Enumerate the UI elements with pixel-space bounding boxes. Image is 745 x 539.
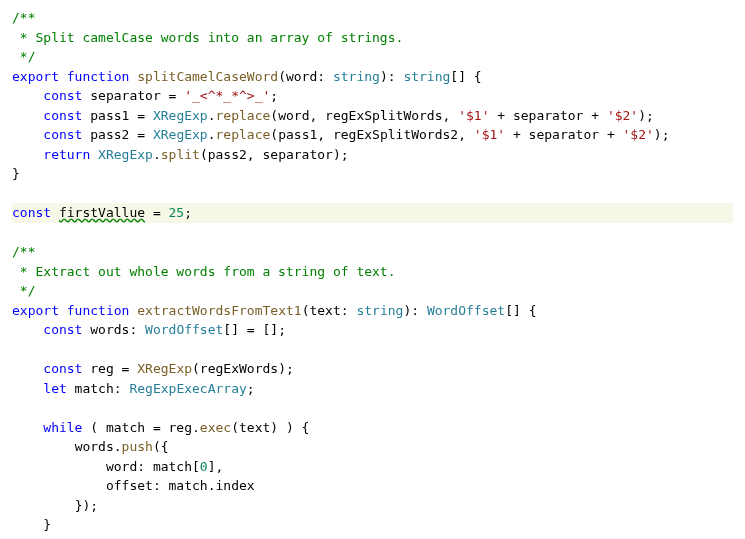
keyword-const: const	[43, 127, 82, 142]
method-name: replace	[216, 108, 271, 123]
keyword-function: function	[67, 69, 130, 84]
comment: * Split camelCase words into an array of…	[12, 30, 403, 45]
keyword-const: const	[43, 322, 82, 337]
code-line: /**	[12, 8, 733, 28]
code-line: * Extract out whole words from a string …	[12, 262, 733, 282]
number-literal: 0	[200, 459, 208, 474]
variable-with-warning: firstVallue	[59, 205, 145, 220]
function-name: splitCamelCaseWord	[137, 69, 278, 84]
code-line: return XRegExp.split(pass2, separator);	[12, 145, 733, 165]
keyword-export: export	[12, 303, 59, 318]
code-line: const reg = XRegExp(regExWords);	[12, 359, 733, 379]
code-line: * Split camelCase words into an array of…	[12, 28, 733, 48]
code-line	[12, 223, 733, 243]
code-line: }	[12, 164, 733, 184]
code-line: const words: WordOffset[] = [];	[12, 320, 733, 340]
comment: /**	[12, 10, 35, 25]
code-line: */	[12, 47, 733, 67]
code-line: const separator = '_<^*_*^>_';	[12, 86, 733, 106]
code-line: offset: match.index	[12, 476, 733, 496]
type: WordOffset	[145, 322, 223, 337]
string-literal: '$1'	[458, 108, 489, 123]
method-name: push	[122, 439, 153, 454]
string-literal: '$2'	[607, 108, 638, 123]
code-editor[interactable]: /** * Split camelCase words into an arra…	[12, 8, 733, 539]
code-line: let match: RegExpExecArray;	[12, 379, 733, 399]
string-literal: '_<^*_*^>_'	[184, 88, 270, 103]
type: WordOffset	[427, 303, 505, 318]
function-name: extractWordsFromText1	[137, 303, 301, 318]
code-line	[12, 184, 733, 204]
code-line: const pass2 = XRegExp.replace(pass1, reg…	[12, 125, 733, 145]
class-name: XRegExp	[153, 127, 208, 142]
code-line: /**	[12, 242, 733, 262]
method-name: replace	[216, 127, 271, 142]
type: string	[356, 303, 403, 318]
code-line: const pass1 = XRegExp.replace(word, regE…	[12, 106, 733, 126]
code-line	[12, 398, 733, 418]
function-call: XRegExp	[137, 361, 192, 376]
class-name: XRegExp	[153, 108, 208, 123]
code-line: });	[12, 496, 733, 516]
method-name: exec	[200, 420, 231, 435]
keyword-const: const	[12, 205, 51, 220]
code-line: }	[12, 515, 733, 535]
code-line: words.push({	[12, 437, 733, 457]
type: string	[403, 69, 450, 84]
code-line: */	[12, 281, 733, 301]
code-line-highlighted: const firstVallue = 25;	[12, 203, 733, 223]
code-line	[12, 535, 733, 540]
type: string	[333, 69, 380, 84]
keyword-const: const	[43, 361, 82, 376]
keyword-while: while	[43, 420, 82, 435]
class-name: XRegExp	[98, 147, 153, 162]
comment: */	[12, 49, 35, 64]
code-line: word: match[0],	[12, 457, 733, 477]
comment: * Extract out whole words from a string …	[12, 264, 396, 279]
keyword-return: return	[43, 147, 90, 162]
keyword-function: function	[67, 303, 130, 318]
keyword-const: const	[43, 88, 82, 103]
type: RegExpExecArray	[129, 381, 246, 396]
method-name: split	[161, 147, 200, 162]
code-line	[12, 340, 733, 360]
code-line: export function extractWordsFromText1(te…	[12, 301, 733, 321]
code-line: export function splitCamelCaseWord(word:…	[12, 67, 733, 87]
comment: /**	[12, 244, 35, 259]
number-literal: 25	[169, 205, 185, 220]
keyword-export: export	[12, 69, 59, 84]
keyword-const: const	[43, 108, 82, 123]
comment: */	[12, 283, 35, 298]
string-literal: '$1'	[474, 127, 505, 142]
keyword-let: let	[43, 381, 66, 396]
string-literal: '$2'	[623, 127, 654, 142]
code-line: while ( match = reg.exec(text) ) {	[12, 418, 733, 438]
